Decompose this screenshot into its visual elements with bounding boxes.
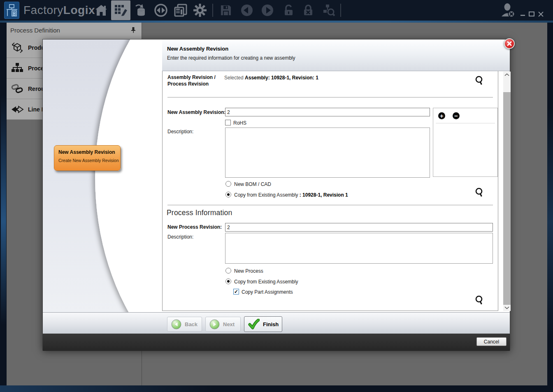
search-existing-assembly-icon[interactable] — [474, 187, 485, 198]
new-process-revision-label: New Process Revision: — [167, 224, 222, 230]
process-description-textarea[interactable] — [225, 233, 493, 264]
search-assembly-icon[interactable] — [474, 75, 485, 86]
rohs-label: RoHS — [233, 120, 246, 126]
finish-button-label: Finish — [263, 321, 279, 327]
brand: FactoryLogix — [23, 3, 95, 17]
panel-header: Process Definition — [7, 23, 142, 37]
divider — [167, 205, 493, 205]
window-edge-glow — [1, 95, 6, 325]
new-assembly-revision-input[interactable] — [225, 108, 430, 116]
copy-value: : 10928-1, Revision 1 — [300, 192, 348, 198]
copy-part-assignments-label: Copy Part Assignments — [242, 289, 293, 295]
scroll-up-icon[interactable] — [504, 73, 509, 77]
wizard-step-title: New Assembly Revision — [58, 149, 120, 155]
maximize-button[interactable] — [528, 11, 535, 17]
finish-check-icon — [248, 319, 260, 329]
selected-value: Assembly: 10928-1, Revision: 1 — [245, 75, 318, 81]
nav-reports-icon[interactable] — [172, 3, 189, 17]
wizard-step-callout: New Assembly Revision Create New Assembl… — [54, 145, 121, 171]
nav-material-icon[interactable] — [132, 3, 149, 17]
wizard-side-pane: New Assembly Revision Create New Assembl… — [43, 39, 162, 312]
wizard-step-subtitle: Create New Assembly Revision — [58, 158, 120, 163]
nav-home-icon[interactable] — [93, 3, 109, 17]
scroll-down-icon[interactable] — [504, 306, 509, 309]
next-button[interactable]: Next — [205, 317, 241, 332]
save-icon[interactable] — [218, 3, 234, 17]
divider — [436, 123, 495, 123]
app-logo — [4, 2, 19, 19]
brand-factory: Factory — [23, 4, 63, 17]
search-process-icon[interactable] — [474, 295, 485, 306]
process-tree-icon — [11, 62, 24, 75]
cancel-button-label: Cancel — [484, 339, 499, 345]
assembly-description-textarea[interactable] — [225, 128, 430, 178]
next-arrow-icon — [209, 319, 220, 329]
back-arrow-icon — [171, 319, 181, 329]
attachments-box: + − — [433, 108, 498, 177]
audit-search-icon[interactable] — [321, 3, 337, 17]
new-assembly-revision-label: New Assembly Revision: — [167, 109, 226, 115]
close-x-icon — [507, 41, 512, 46]
curve-decoration — [43, 39, 162, 312]
lock-close-icon[interactable] — [300, 3, 316, 17]
window-edge-glow — [0, 385, 214, 392]
assembly-revision-row-label-1: Assembly Revision / — [167, 74, 216, 80]
next-button-label: Next — [223, 321, 235, 327]
new-bom-cad-label: New BOM / CAD — [234, 181, 271, 187]
panel-title: Process Definition — [10, 27, 60, 34]
dialog-footer: Cancel — [43, 334, 510, 351]
wizard-button-bar: Back Next Finish — [43, 312, 510, 334]
new-process-radio[interactable] — [225, 268, 231, 274]
add-icon[interactable]: + — [438, 112, 445, 119]
toolbar-separator — [340, 4, 341, 17]
dialog-title: New Assembly Revision — [167, 46, 228, 52]
new-assembly-revision-dialog: New Assembly Revision Enter the required… — [42, 39, 510, 350]
brand-logix: Logix — [63, 4, 95, 17]
dialog-form: Assembly Revision / Process Revision Sel… — [162, 71, 498, 311]
undo-icon[interactable] — [239, 3, 255, 17]
pin-icon[interactable] — [130, 27, 136, 35]
logoff-user-icon[interactable] — [499, 3, 518, 17]
chain-link-icon — [11, 82, 24, 95]
description-label: Description: — [167, 129, 193, 135]
copy-from-existing-assembly-radio[interactable] — [225, 192, 231, 197]
dialog-close-button[interactable] — [504, 38, 515, 49]
remove-icon[interactable]: − — [453, 112, 460, 119]
window-edge-glow — [547, 107, 553, 337]
dialog-subtitle: Enter the required information for creat… — [167, 55, 295, 61]
nav-settings-gear-icon[interactable] — [192, 3, 208, 17]
unlock-icon[interactable] — [280, 3, 297, 17]
copy-prefix: Copy from Existing Assembly — [234, 192, 300, 198]
minimize-button[interactable] — [519, 11, 527, 17]
process-information-heading: Process Information — [167, 209, 232, 217]
close-window-button[interactable] — [537, 11, 544, 17]
selected-assembly-text: Selected Assembly: 10928-1, Revision: 1 — [224, 75, 318, 81]
nav-process-definition-icon[interactable] — [112, 3, 129, 17]
divider — [167, 97, 493, 97]
back-button[interactable]: Back — [167, 317, 202, 332]
copy-from-existing-assembly-label: Copy from Existing Assembly : 10928-1, R… — [234, 192, 348, 198]
new-bom-cad-radio[interactable] — [225, 181, 231, 187]
workbench-icon — [6, 4, 18, 17]
new-process-label: New Process — [234, 268, 263, 274]
form-scrollbar[interactable] — [503, 72, 511, 311]
toolbar-separator — [212, 4, 213, 17]
copy-process-radio[interactable] — [225, 278, 231, 284]
nav-transfer-icon[interactable] — [153, 3, 169, 17]
back-button-label: Back — [185, 321, 198, 327]
assembly-revision-row-label-2: Process Revision — [167, 81, 209, 87]
copy-part-assignments-checkbox[interactable]: ✓ — [233, 289, 239, 295]
new-process-revision-input[interactable] — [225, 223, 493, 232]
titlebar: FactoryLogix — [0, 0, 553, 21]
selected-prefix: Selected — [224, 75, 245, 81]
redo-icon[interactable] — [259, 3, 276, 17]
copy-process-label: Copy from Existing Assembly — [234, 279, 298, 285]
rohs-checkbox[interactable] — [225, 120, 231, 125]
finish-button[interactable]: Finish — [244, 316, 282, 332]
product-icon — [11, 41, 24, 54]
process-description-label: Description: — [167, 234, 193, 240]
double-arrow-icon — [11, 103, 24, 116]
cancel-button[interactable]: Cancel — [476, 337, 507, 346]
